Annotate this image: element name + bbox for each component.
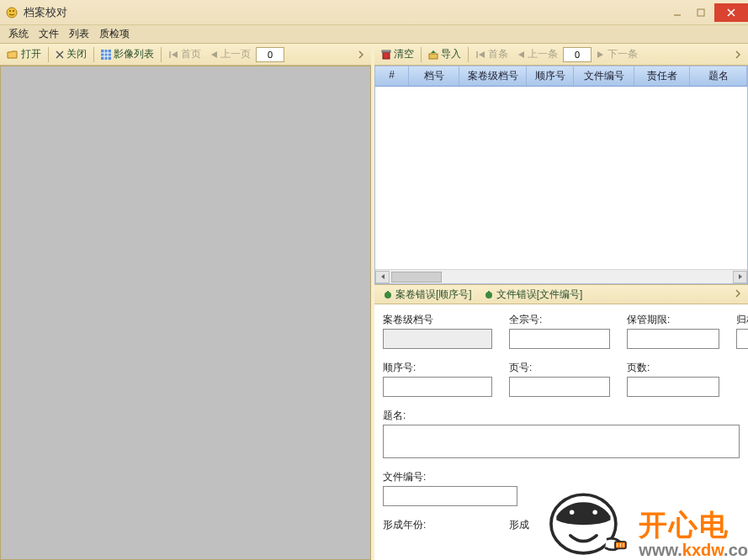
page-number-input[interactable]: [256, 47, 284, 62]
prev-icon: [210, 50, 218, 59]
first-icon: [168, 50, 178, 59]
input-seq[interactable]: [383, 377, 492, 397]
prev-icon: [517, 50, 525, 59]
separator: [161, 47, 162, 62]
input-fond[interactable]: [509, 329, 610, 349]
scroll-thumb[interactable]: [391, 272, 442, 283]
col-title[interactable]: 题名: [690, 66, 747, 86]
prev-page-label: 上一页: [220, 47, 251, 61]
open-button[interactable]: 打开: [3, 46, 45, 62]
svg-marker-20: [431, 50, 436, 53]
input-volno: [383, 329, 492, 349]
input-fileno[interactable]: [383, 486, 517, 506]
bag-icon: [484, 289, 494, 299]
svg-rect-28: [387, 291, 389, 293]
tabs-chevron[interactable]: [731, 288, 745, 301]
col-docno[interactable]: 档号: [409, 66, 459, 86]
input-pageno[interactable]: [509, 377, 610, 397]
menu-list[interactable]: 列表: [64, 25, 94, 43]
next-record-button[interactable]: 下一条: [593, 46, 641, 62]
label-form-partial: 形成: [509, 518, 560, 532]
svg-rect-19: [429, 54, 438, 59]
input-archive[interactable]: [736, 329, 748, 349]
open-label: 打开: [21, 47, 41, 61]
scroll-right-arrow[interactable]: [733, 271, 747, 283]
first-icon: [475, 50, 485, 59]
label-archive: 归档: [736, 313, 748, 327]
first-page-button[interactable]: 首页: [165, 46, 204, 62]
svg-marker-24: [597, 51, 603, 58]
col-fileno[interactable]: 文件编号: [574, 66, 634, 86]
records-table: # 档号 案卷级档号 顺序号 文件编号 责任者 题名: [374, 66, 748, 284]
grid-icon: [101, 50, 111, 60]
svg-rect-30: [488, 291, 490, 293]
chevron-right-icon: [358, 50, 364, 60]
first-record-button[interactable]: 首条: [472, 46, 512, 62]
svg-marker-15: [172, 51, 178, 58]
left-toolbar-chevron[interactable]: [354, 49, 368, 61]
close-label: 关闭: [66, 47, 87, 61]
menu-qc[interactable]: 质检项: [94, 25, 135, 43]
next-icon: [597, 50, 605, 59]
svg-point-32: [570, 510, 575, 515]
svg-rect-4: [698, 9, 704, 16]
svg-marker-16: [211, 51, 217, 58]
svg-rect-9: [101, 50, 111, 60]
menu-file[interactable]: 文件: [34, 25, 64, 43]
prev-record-button[interactable]: 上一条: [513, 46, 561, 62]
right-toolbar: 清空 导入 首条 上一条 下一条: [374, 44, 748, 66]
label-seq: 顺序号:: [383, 361, 492, 375]
image-list-button[interactable]: 影像列表: [98, 46, 157, 62]
first-record-label: 首条: [488, 47, 508, 61]
col-seq[interactable]: 顺序号: [527, 66, 574, 86]
error-tabs: 案卷错误[顺序号] 文件错误[文件编号]: [374, 284, 748, 304]
titlebar: 档案校对: [0, 0, 748, 25]
scroll-left-arrow[interactable]: [375, 271, 390, 283]
col-volno[interactable]: 案卷级档号: [459, 66, 527, 86]
label-pagecount: 页数:: [627, 361, 719, 375]
watermark-url: www.kxdw.co: [639, 541, 748, 560]
separator: [468, 47, 469, 62]
col-index[interactable]: #: [375, 66, 409, 86]
x-icon: [56, 50, 64, 59]
trash-icon: [381, 50, 391, 60]
svg-marker-25: [381, 274, 385, 279]
clear-label: 清空: [394, 47, 414, 61]
svg-marker-23: [518, 51, 524, 58]
close-button[interactable]: [714, 3, 748, 22]
table-body: [375, 87, 747, 269]
first-page-label: 首页: [181, 47, 201, 61]
prev-page-button[interactable]: 上一页: [206, 46, 254, 62]
separator: [93, 47, 94, 62]
svg-rect-17: [383, 52, 390, 59]
input-retention[interactable]: [627, 329, 719, 349]
input-pagecount[interactable]: [627, 377, 719, 397]
tab-file-error[interactable]: 文件错误[文件编号]: [479, 286, 588, 304]
svg-point-0: [7, 8, 17, 18]
svg-marker-26: [739, 274, 742, 279]
import-button[interactable]: 导入: [425, 46, 464, 62]
right-toolbar-chevron[interactable]: [731, 49, 745, 61]
maximize-button[interactable]: [689, 4, 713, 21]
label-volno: 案卷级档号: [383, 313, 492, 327]
tab-file-error-label: 文件错误[文件编号]: [496, 288, 583, 302]
tab-volume-error[interactable]: 案卷错误[顺序号]: [378, 286, 477, 304]
menu-system[interactable]: 系统: [3, 25, 34, 43]
next-record-label: 下一条: [607, 47, 638, 61]
svg-point-2: [13, 10, 14, 12]
input-title[interactable]: [383, 425, 740, 458]
chevron-right-icon: [735, 50, 741, 60]
label-title: 题名:: [383, 409, 740, 423]
table-header: # 档号 案卷级档号 顺序号 文件编号 责任者 题名: [375, 66, 747, 87]
image-list-label: 影像列表: [114, 47, 154, 61]
svg-rect-34: [615, 542, 626, 548]
label-fileno: 文件编号:: [383, 470, 517, 484]
record-number-input[interactable]: [563, 47, 592, 62]
clear-button[interactable]: 清空: [378, 46, 417, 62]
horizontal-scrollbar[interactable]: [375, 269, 747, 283]
col-resp[interactable]: 责任者: [634, 66, 690, 86]
close-file-button[interactable]: 关闭: [52, 46, 90, 62]
separator: [421, 47, 422, 62]
svg-point-1: [9, 10, 11, 12]
minimize-button[interactable]: [666, 4, 689, 21]
